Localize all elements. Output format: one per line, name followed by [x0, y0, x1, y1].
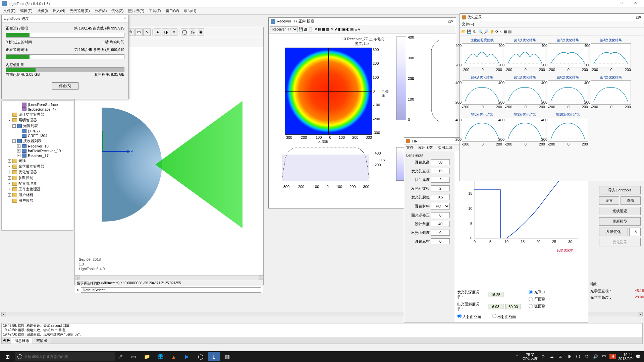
opt-thumb[interactable]: 第8次优化结果400200-2000200 — [462, 112, 502, 146]
tree-node[interactable]: +farFieldReceiver_19 — [3, 148, 71, 153]
menu-item[interactable]: 帮助(H) — [182, 8, 198, 14]
expand-icon[interactable]: - — [12, 124, 16, 128]
minimize-button[interactable]: — — [600, 1, 614, 7]
tree-node[interactable]: +Receiver_77 — [3, 153, 71, 158]
tool-button[interactable]: ◐ — [346, 27, 350, 32]
zoom-in-icon[interactable]: 🔍 — [478, 29, 483, 34]
tool-button[interactable]: ▭ — [135, 28, 143, 36]
feedback-opt-button[interactable]: 反馈优化 — [599, 228, 628, 236]
volume-icon[interactable]: 🔊 — [592, 354, 599, 359]
menu-item[interactable]: 光线追迹(R) — [68, 8, 92, 14]
tree-node[interactable]: -设计功能管理器 — [3, 112, 71, 117]
menu-item[interactable]: 编辑(E) — [18, 8, 35, 14]
tool-button[interactable]: ● — [154, 28, 161, 36]
adj1-value[interactable]: 16.25 — [488, 292, 503, 297]
console-output[interactable]: 19:42:56: 错误: 构建失败。尝试 second 回滚。19:42:56… — [1, 323, 643, 344]
tray-up-icon[interactable]: ˄ — [514, 354, 521, 359]
radio-incident-convex[interactable] — [457, 314, 462, 318]
list-icon[interactable]: ▤ — [508, 29, 512, 34]
tool-button[interactable]: ≡ — [170, 28, 177, 36]
opt-thumb[interactable]: 第3次优化结果400200-2000200 — [591, 38, 631, 72]
options-button[interactable]: 选项 — [621, 196, 641, 205]
import-button[interactable]: 导入Lighttools — [599, 186, 641, 194]
pan-icon[interactable]: ✋ — [490, 29, 494, 34]
lens-input[interactable]: PC — [431, 203, 450, 209]
tree-node[interactable]: CREE 1304 — [3, 133, 71, 138]
expand-icon[interactable]: + — [17, 154, 20, 157]
opt-file-menu[interactable]: 文件(F) — [462, 22, 474, 27]
opt-thumb[interactable]: 优化前照度曲线400200-2000200 — [462, 38, 502, 72]
save-icon[interactable]: 💾 — [467, 29, 472, 34]
search-box[interactable] — [15, 352, 115, 361]
tray-icon[interactable]: ⚙ — [566, 354, 573, 359]
menu-item[interactable]: 照片级(P) — [126, 8, 146, 14]
opt-thumb[interactable]: 第1次优化结果400200-2000200 — [505, 38, 545, 72]
tree-node[interactable]: -接收器列表 — [3, 138, 71, 144]
print-icon[interactable]: 🖶 — [473, 30, 476, 34]
tray-icon[interactable]: 🖵 — [575, 354, 581, 359]
minimize-button[interactable]: — — [445, 19, 448, 23]
menu-item[interactable]: 窗口(W) — [164, 8, 181, 14]
tree-node[interactable]: (XPE2) — [3, 129, 71, 133]
feedback-count-input[interactable] — [629, 228, 641, 236]
tree-node[interactable]: +用户材料 — [3, 192, 71, 198]
grid-icon[interactable]: ▦ — [504, 29, 507, 34]
tree-node[interactable]: +参数控制 — [3, 175, 71, 181]
media-icon[interactable]: ▶ — [181, 352, 193, 361]
opt-thumb[interactable]: 第6次优化结果400200-2000200 — [548, 75, 588, 109]
tray-icon[interactable]: 🖧 — [557, 354, 564, 359]
tool-button[interactable]: ◯ — [181, 28, 188, 36]
tir-menu-item[interactable]: 文件 — [406, 145, 414, 150]
expand-icon[interactable]: + — [8, 159, 11, 163]
save-icon[interactable]: 💾 — [299, 27, 303, 32]
ime-icon[interactable]: 中 — [601, 354, 607, 360]
tool-button[interactable]: ◧ — [338, 27, 341, 32]
tir-menu-item[interactable]: 应用函数 — [418, 145, 433, 150]
lens-input[interactable] — [431, 212, 450, 218]
tool-button[interactable]: ▣ — [342, 27, 345, 32]
radio-exit-convex[interactable] — [492, 314, 496, 318]
adj2-value-1[interactable]: 6.93 — [488, 304, 503, 309]
home-icon[interactable]: ⌂ — [499, 30, 502, 34]
tool-button[interactable]: ≡ — [355, 27, 357, 32]
lens-input[interactable] — [431, 159, 450, 165]
progress-close-button[interactable]: ✕ — [123, 16, 126, 21]
tree-node[interactable]: +优化管理器 — [3, 169, 71, 175]
menu-item[interactable]: 优化(Z) — [109, 8, 125, 14]
notifications-icon[interactable]: 💬 — [635, 354, 641, 359]
rotate-icon[interactable]: ⟳ — [495, 29, 498, 34]
opt-thumb[interactable]: 第5次优化结果400200-2000200 — [505, 75, 545, 109]
h-scrollbar[interactable]: ‹› — [75, 275, 263, 280]
adj2-value-2[interactable]: 30.00 — [505, 304, 521, 309]
menu-item[interactable]: 插入(N) — [51, 8, 67, 14]
lighttools-icon[interactable]: L — [208, 352, 220, 361]
lens-input[interactable] — [431, 168, 450, 174]
maximize-button[interactable]: □ — [448, 19, 451, 23]
opt-thumb[interactable]: 第2次优化结果400200-2000200 — [548, 38, 588, 72]
opt-thumb[interactable]: 第7次优化结果400200-2000200 — [591, 75, 631, 109]
tool-button[interactable]: ✎ — [331, 27, 334, 32]
tool-button[interactable]: ▤ — [350, 27, 354, 32]
lens-input[interactable] — [431, 221, 450, 227]
console-tab-macro[interactable]: 宏输出 — [33, 338, 51, 344]
lens-input[interactable] — [431, 238, 450, 244]
tool-button[interactable]: A — [358, 27, 360, 32]
clock[interactable]: 19:442018/9/9 — [618, 353, 633, 361]
tree-node[interactable]: 用户膜层 — [3, 198, 71, 203]
opt-thumb[interactable]: 第4次优化结果400200-2000200 — [462, 75, 502, 109]
app-icon[interactable]: ▥ — [221, 352, 233, 361]
command-input[interactable] — [81, 287, 261, 293]
expand-icon[interactable]: + — [17, 144, 20, 148]
tree-node[interactable]: +工作室管理器 — [3, 186, 71, 192]
settings-button[interactable]: 设置 — [599, 196, 619, 205]
menu-item[interactable]: 分析(A) — [93, 8, 109, 14]
tray-icon[interactable]: ☁ — [548, 354, 555, 359]
tool-button[interactable]: ⬈ — [334, 27, 337, 32]
expand-icon[interactable]: + — [8, 176, 11, 180]
model-tree-panel[interactable]: (LensRearSurface(EdgeSurface_4)-设计功能管理器-… — [1, 101, 73, 231]
trace-button[interactable]: 光线追迹 — [599, 207, 641, 215]
lens-input[interactable] — [431, 177, 450, 183]
expand-icon[interactable]: + — [8, 165, 11, 168]
tool-button[interactable]: ▥ — [326, 27, 329, 32]
tree-node[interactable]: -光源列表 — [3, 123, 71, 129]
